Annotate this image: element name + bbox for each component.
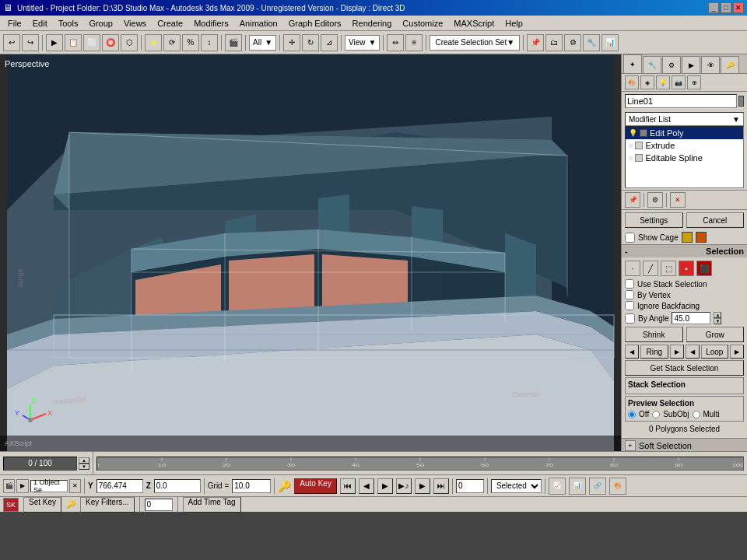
name-color-swatch[interactable]	[738, 96, 744, 107]
bc-icon2[interactable]: ▶	[16, 479, 28, 493]
loop-button[interactable]: Loop	[701, 345, 729, 359]
soft-sel-expand-btn[interactable]: +	[625, 440, 636, 451]
angle-snap-button[interactable]: ⟳	[163, 34, 181, 51]
sel-vertex-icon[interactable]: ·	[625, 261, 640, 276]
select-move-button[interactable]: ✛	[283, 34, 300, 51]
grow-button[interactable]: Grow	[686, 327, 745, 342]
mini-dope-sheet[interactable]: 📊	[569, 478, 586, 495]
tab-create[interactable]: ✦	[623, 54, 642, 73]
helper-btn[interactable]: ⊕	[687, 75, 701, 89]
ring-button[interactable]: Ring	[640, 345, 668, 359]
auto-key-button[interactable]: Auto Key	[294, 478, 337, 494]
sel-element-icon[interactable]: ⬛	[696, 261, 712, 276]
timeline-up-btn[interactable]: ▲	[79, 457, 89, 464]
menu-modifiers[interactable]: Modifiers	[189, 17, 233, 30]
menu-create[interactable]: Create	[153, 17, 188, 30]
tab-motion[interactable]: ▶	[682, 56, 700, 73]
mini-curve-editor[interactable]: 📈	[549, 478, 566, 495]
show-cage-checkbox[interactable]	[625, 233, 635, 243]
soft-selection-header[interactable]: + Soft Selection	[622, 438, 747, 451]
by-vertex-checkbox[interactable]	[625, 290, 634, 299]
set-key-button[interactable]: Set Key	[23, 497, 61, 513]
fence-select-button[interactable]: ⬡	[121, 34, 138, 51]
get-stack-selection-button[interactable]: Get Stack Selection	[625, 360, 744, 376]
ring-next-btn[interactable]: ▶	[670, 345, 684, 359]
extra-btn2[interactable]: 🔧	[583, 34, 600, 51]
cage-color-2[interactable]	[696, 232, 707, 243]
set-key-button-icon[interactable]: SK	[3, 498, 19, 512]
menu-graph-editors[interactable]: Graph Editors	[284, 17, 346, 30]
create-selection-set[interactable]: Create Selection Set ▼	[430, 35, 520, 51]
layers-button[interactable]: 🗂	[545, 34, 563, 51]
snap-toggle-button[interactable]: ✛	[145, 34, 162, 51]
go-to-start-btn[interactable]: ⏮	[340, 478, 356, 494]
settings-button[interactable]: Settings	[625, 212, 683, 228]
prev-frame-btn[interactable]: ◀	[359, 478, 374, 494]
remove-modifier-btn[interactable]: ✕	[670, 192, 686, 208]
align-button[interactable]: ≡	[405, 34, 423, 51]
render-preview-btn[interactable]: 🎨	[625, 75, 639, 89]
add-time-tag-button[interactable]: Add Time Tag	[183, 497, 241, 513]
menu-customize[interactable]: Customize	[398, 17, 447, 30]
light-btn[interactable]: 💡	[656, 75, 670, 89]
cancel-button[interactable]: Cancel	[686, 212, 745, 228]
object-type-dropdown[interactable]: All ▼	[249, 35, 276, 51]
modifier-edit-poly[interactable]: 💡 Edit Poly	[626, 127, 743, 139]
statusbar-frame[interactable]	[145, 499, 173, 511]
menu-file[interactable]: File	[3, 17, 26, 30]
cage-color-1[interactable]	[682, 232, 693, 243]
window-controls[interactable]: _ □ ✕	[708, 2, 744, 13]
menu-maxscript[interactable]: MAXScript	[449, 17, 499, 30]
extra-btn1[interactable]: ⚙	[564, 34, 581, 51]
select-scale-button[interactable]: ⊿	[321, 34, 338, 51]
menu-rendering[interactable]: Rendering	[348, 17, 397, 30]
filter-dropdown[interactable]: Selected	[491, 479, 542, 493]
tab-utilities[interactable]: 🔑	[721, 56, 739, 73]
angle-up-btn[interactable]: ▲	[714, 312, 721, 318]
render-button[interactable]: 🎬	[225, 34, 242, 51]
rect-select-button[interactable]: ⬜	[83, 34, 100, 51]
mini-schematic[interactable]: 🔗	[589, 478, 606, 495]
sel-poly-icon[interactable]: ▪	[679, 261, 694, 276]
select-rotate-button[interactable]: ↻	[302, 34, 319, 51]
modifier-editable-spline[interactable]: ○ Editable Spline	[626, 152, 743, 164]
undo-button[interactable]: ↩	[3, 34, 20, 51]
key-filters-button[interactable]: Key Filters...	[80, 497, 135, 513]
menu-views[interactable]: Views	[119, 17, 151, 30]
by-angle-checkbox[interactable]	[625, 313, 635, 324]
bc-icon1[interactable]: 🎬	[3, 479, 15, 493]
camera-btn[interactable]: 📷	[672, 75, 686, 89]
circle-select-button[interactable]: ⭕	[102, 34, 119, 51]
loop-prev-btn[interactable]: ◀	[686, 345, 700, 359]
spinner-snap-button[interactable]: ↕	[201, 34, 218, 51]
bc-icon3[interactable]: ✕	[69, 479, 81, 493]
mirror-button[interactable]: ⇔	[387, 34, 404, 51]
name-input[interactable]	[625, 94, 737, 108]
sel-edge-icon[interactable]: ╱	[643, 261, 658, 276]
ring-prev-btn[interactable]: ◀	[625, 345, 639, 359]
viewport[interactable]: Perspective	[0, 54, 621, 451]
ignore-backfacing-checkbox[interactable]	[625, 301, 634, 310]
view-dropdown[interactable]: View ▼	[345, 35, 380, 51]
selection-section-header[interactable]: - Selection	[622, 244, 747, 257]
mini-material-editor[interactable]: 🎨	[609, 478, 626, 495]
preview-subobj-radio[interactable]	[652, 411, 660, 418]
current-frame-input[interactable]	[456, 479, 484, 493]
modifier-extrude[interactable]: ○ Extrude	[626, 139, 743, 152]
modifier-list-dropdown[interactable]: Modifier List ▼	[625, 112, 744, 126]
grid-value-input[interactable]	[232, 479, 271, 493]
timeline-track[interactable]: 0 10 20 30 40 50 60 70 80 90 100	[96, 457, 744, 471]
loop-next-btn[interactable]: ▶	[730, 345, 744, 359]
z-coord-input[interactable]	[154, 479, 201, 493]
redo-button[interactable]: ↪	[22, 34, 39, 51]
percent-snap-button[interactable]: %	[182, 34, 199, 51]
material-btn[interactable]: ◈	[640, 75, 654, 89]
next-frame-btn[interactable]: ▶	[415, 478, 430, 494]
use-stack-checkbox[interactable]	[625, 279, 634, 289]
angle-value-input[interactable]	[672, 312, 710, 324]
tab-display[interactable]: 👁	[701, 56, 720, 73]
shrink-button[interactable]: Shrink	[625, 327, 683, 342]
play-with-sound-btn[interactable]: ▶♪	[396, 478, 412, 494]
tab-hierarchy[interactable]: ⚙	[662, 56, 681, 73]
extra-btn3[interactable]: 📊	[601, 34, 619, 51]
